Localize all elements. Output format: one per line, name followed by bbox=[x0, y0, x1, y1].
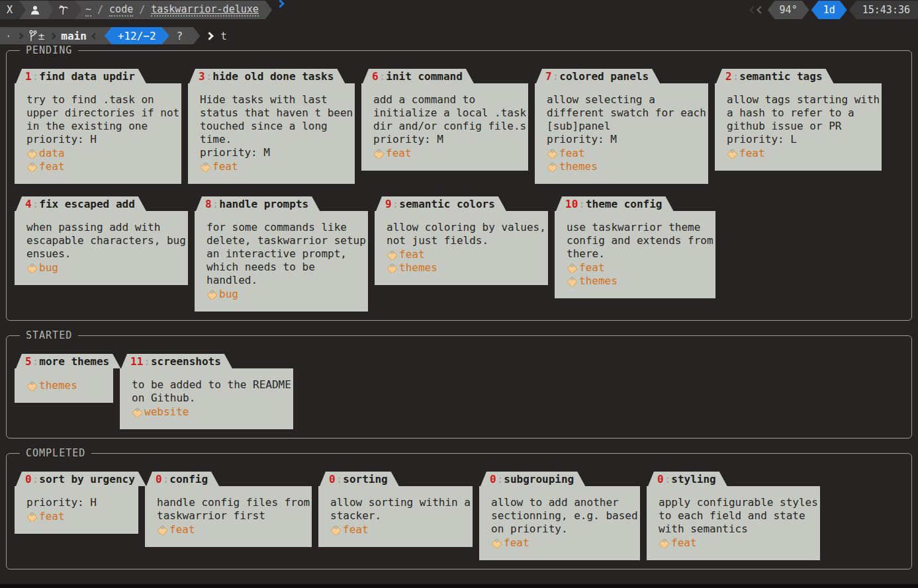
task-title: fix escaped add bbox=[39, 198, 135, 210]
task-card-body: Hide tasks with laststatus that haven t … bbox=[188, 83, 355, 184]
task-tag: feat bbox=[157, 523, 309, 536]
task-card[interactable]: 0:sort by urgencypriority: Hfeat bbox=[15, 472, 138, 534]
chevron-left-icon bbox=[757, 6, 764, 13]
chevron-right-icon bbox=[50, 32, 56, 39]
task-tag-label: themes bbox=[579, 274, 618, 287]
task-card-body: allow selecting adifferent swatch for ea… bbox=[535, 83, 708, 184]
palm-tree-icon bbox=[58, 5, 68, 15]
duration-badge: 1d bbox=[811, 1, 847, 19]
task-description-line: priority: M bbox=[200, 146, 352, 159]
chevron-left-icon bbox=[91, 32, 98, 39]
task-id-separator: : bbox=[32, 198, 40, 210]
task-title: config bbox=[169, 473, 208, 485]
task-card-tab: 5:more themes bbox=[16, 354, 120, 368]
task-description-line: time. bbox=[200, 133, 352, 146]
section-completed: COMPLETED0:sort by urgencypriority: Hfea… bbox=[6, 453, 912, 569]
task-tag-label: feat bbox=[671, 536, 697, 549]
task-title: colored panels bbox=[559, 70, 649, 83]
path-repo: taskwarrior-deluxe bbox=[151, 3, 259, 17]
jobs-indicator: ? bbox=[177, 30, 186, 42]
task-description-line: priority: M bbox=[373, 133, 526, 146]
task-id: 11 bbox=[130, 355, 143, 368]
task-card-body: allow sorting within astacker.feat bbox=[318, 486, 473, 547]
task-card[interactable]: 7:colored panelsallow selecting adiffere… bbox=[535, 69, 708, 184]
task-description-line: initialize a local .task bbox=[373, 106, 526, 120]
card-row: 0:sort by urgencypriority: Hfeat0:config… bbox=[15, 472, 903, 560]
prompt-marker: · bbox=[5, 30, 12, 42]
task-tag-label: themes bbox=[559, 160, 598, 173]
duration-value: 1d bbox=[823, 4, 835, 16]
task-card[interactable]: 10:theme configuse taskwarrior themeconf… bbox=[555, 196, 715, 298]
task-description-line: to be added to the README bbox=[132, 378, 291, 392]
task-id: 5 bbox=[25, 355, 32, 368]
path-slash: / bbox=[91, 4, 109, 16]
command-line[interactable]: t bbox=[207, 30, 227, 42]
task-title: handle prompts bbox=[219, 198, 308, 210]
task-tag: feat bbox=[373, 146, 526, 159]
task-card[interactable]: 0:subgroupingallow to add anothersection… bbox=[479, 472, 640, 560]
task-tag: feat bbox=[727, 146, 879, 159]
task-card[interactable]: 0:confighandle config files fromtaskwarr… bbox=[145, 472, 312, 547]
task-tag-label: data bbox=[39, 147, 65, 159]
task-description-line: with semantics bbox=[659, 523, 817, 536]
task-id-separator: : bbox=[496, 473, 504, 485]
branch-name-label: main bbox=[61, 30, 87, 42]
task-card[interactable]: 9:semantic colorsallow coloring by value… bbox=[375, 196, 548, 285]
task-card-tab: 9:semantic colors bbox=[376, 196, 506, 211]
task-description-line: handle config files from bbox=[157, 496, 309, 509]
path-slash: / bbox=[133, 4, 151, 16]
task-card-tab: 0:styling bbox=[648, 472, 727, 486]
task-description-line: allow selecting a bbox=[547, 93, 706, 106]
task-card[interactable]: 3:hide old done tasksHide tasks with las… bbox=[188, 69, 355, 184]
task-card[interactable]: 8:handle promptsfor some commands likede… bbox=[195, 196, 368, 312]
task-description-line: an interactive prompt, bbox=[207, 247, 365, 261]
task-description-line: try to find .task on bbox=[26, 93, 179, 106]
task-id: 4 bbox=[25, 198, 32, 210]
section-label: STARTED bbox=[20, 329, 78, 341]
task-description-line: for some commands like bbox=[207, 221, 365, 234]
task-id-separator: : bbox=[32, 355, 40, 368]
task-card[interactable]: 2:semantic tagsallow tags starting witha… bbox=[715, 69, 882, 171]
task-description-line: priority: L bbox=[727, 133, 879, 146]
tag-icon bbox=[547, 147, 558, 159]
temperature-badge: 94° bbox=[768, 1, 809, 19]
task-tag: feat bbox=[26, 509, 136, 523]
task-card[interactable]: 0:sortingallow sorting within astacker.f… bbox=[318, 472, 473, 547]
tag-icon bbox=[567, 262, 578, 273]
task-title: init command bbox=[386, 70, 463, 83]
tag-icon bbox=[132, 406, 143, 417]
section-rows: 1:find data updirtry to find .task onupp… bbox=[15, 69, 903, 312]
task-card[interactable]: 4:fix escaped addwhen passing add withes… bbox=[15, 196, 188, 285]
task-card[interactable]: 0:stylingapply configurable stylesto eac… bbox=[647, 472, 820, 560]
task-card[interactable]: 11:screenshotsto be added to the READMEo… bbox=[120, 354, 293, 429]
task-id: 0 bbox=[25, 473, 32, 485]
task-card[interactable]: 6:init commandadd a command toinitialize… bbox=[361, 69, 528, 171]
task-card-body: handle config files fromtaskwarrior firs… bbox=[145, 486, 312, 547]
tag-icon bbox=[26, 262, 38, 273]
task-description-line: when passing add with bbox=[26, 221, 185, 234]
task-card-tab: 8:handle prompts bbox=[196, 196, 320, 211]
task-card[interactable]: 5:more themesthemes bbox=[15, 354, 113, 403]
task-description-line: apply configurable styles bbox=[659, 496, 817, 509]
path-home: ~ bbox=[85, 3, 91, 17]
path-segment: ~ / code / taskwarrior-deluxe bbox=[75, 1, 265, 19]
prompt-bar: · ± main +12/−2 ? t bbox=[0, 27, 918, 44]
task-description-line: sectionning, e.g. based bbox=[491, 509, 637, 523]
task-tag: themes bbox=[547, 159, 706, 173]
task-id: 0 bbox=[329, 473, 336, 485]
typed-command[interactable]: t bbox=[220, 30, 227, 42]
task-id: 8 bbox=[205, 198, 212, 210]
card-row: 4:fix escaped addwhen passing add withes… bbox=[15, 196, 903, 312]
task-card[interactable]: 1:find data updirtry to find .task onupp… bbox=[15, 69, 181, 184]
task-id-separator: : bbox=[32, 70, 40, 83]
task-id-separator: : bbox=[578, 198, 586, 210]
task-tag: feat bbox=[26, 159, 179, 173]
section-label: COMPLETED bbox=[20, 447, 91, 459]
task-card-tab: 3:hide old done tasks bbox=[189, 69, 345, 83]
task-card-tab: 0:subgrouping bbox=[481, 472, 585, 486]
task-id-separator: : bbox=[664, 473, 672, 485]
task-card-body: add a command toinitialize a local .task… bbox=[361, 83, 528, 171]
task-card-tab: 2:semantic tags bbox=[716, 69, 834, 83]
task-description-line: upper directories if not bbox=[26, 106, 179, 120]
bottom-strip bbox=[0, 584, 918, 588]
